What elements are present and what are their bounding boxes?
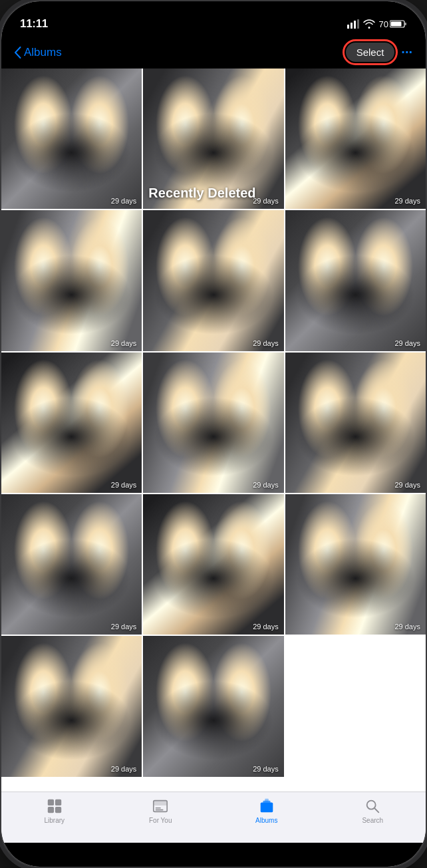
dog-photo-11 bbox=[143, 494, 283, 635]
tab-search[interactable]: Search bbox=[320, 797, 426, 824]
info-section: 24 Photos, 2 Videos Photos and videos sh… bbox=[1, 777, 426, 792]
svg-rect-0 bbox=[347, 25, 349, 29]
svg-rect-10 bbox=[55, 807, 61, 813]
photo-cell-5[interactable]: 29 days bbox=[143, 210, 283, 351]
svg-rect-17 bbox=[265, 799, 269, 802]
signal-icon bbox=[347, 19, 359, 29]
dog-photo-6 bbox=[285, 210, 426, 351]
svg-rect-3 bbox=[357, 19, 359, 29]
svg-rect-2 bbox=[354, 21, 356, 29]
svg-rect-9 bbox=[48, 807, 54, 813]
foryou-icon bbox=[152, 797, 169, 815]
wifi-icon bbox=[363, 19, 375, 29]
dog-photo-3 bbox=[285, 69, 426, 209]
status-bar: 11:11 70 bbox=[1, 1, 426, 37]
photo-cell-4[interactable]: 29 days bbox=[1, 210, 142, 351]
svg-rect-7 bbox=[48, 799, 54, 805]
phone-frame: 11:11 70 bbox=[0, 0, 427, 868]
tab-bar: Library For You Albums bbox=[1, 792, 426, 843]
battery-container: 70 bbox=[379, 19, 407, 29]
svg-rect-15 bbox=[260, 802, 273, 812]
status-icons: 70 bbox=[347, 19, 407, 29]
dog-photo-13 bbox=[1, 636, 142, 776]
dynamic-island bbox=[174, 9, 253, 32]
nav-actions: Select ··· bbox=[346, 43, 412, 62]
photo-cell-8[interactable]: 29 days bbox=[143, 353, 283, 493]
battery-icon bbox=[390, 19, 407, 29]
photo-cell-3[interactable]: 29 days bbox=[285, 69, 426, 209]
back-button[interactable]: Albums bbox=[15, 46, 62, 59]
dog-photo-4 bbox=[1, 210, 142, 351]
phone-bottom bbox=[1, 843, 426, 867]
photo-label-13: 29 days bbox=[111, 765, 137, 773]
select-button[interactable]: Select bbox=[346, 43, 395, 62]
photo-label-12: 29 days bbox=[394, 623, 420, 631]
tab-albums-label: Albums bbox=[255, 817, 277, 824]
svg-rect-5 bbox=[405, 23, 407, 25]
page-title: Recently Deleted bbox=[148, 186, 255, 201]
library-icon bbox=[46, 797, 63, 815]
photo-cell-13[interactable]: 29 days bbox=[1, 636, 142, 776]
photo-cell-10[interactable]: 29 days bbox=[1, 494, 142, 635]
photo-cell-empty bbox=[285, 636, 426, 776]
dog-photo-9 bbox=[285, 353, 426, 493]
photo-label-10: 29 days bbox=[111, 623, 137, 631]
photo-label-5: 29 days bbox=[253, 339, 279, 347]
dog-photo-8 bbox=[143, 353, 283, 493]
photo-label-14: 29 days bbox=[253, 765, 279, 773]
photo-grid: 29 days Recently Deleted 29 days 29 days… bbox=[1, 69, 426, 777]
svg-rect-8 bbox=[55, 799, 61, 805]
photo-label-9: 29 days bbox=[394, 481, 420, 489]
svg-rect-12 bbox=[154, 801, 167, 805]
photo-label-2: 29 days bbox=[253, 197, 279, 205]
photo-label-3: 29 days bbox=[394, 197, 420, 205]
back-label: Albums bbox=[24, 46, 62, 59]
search-icon bbox=[364, 797, 381, 815]
photo-cell-6[interactable]: 29 days bbox=[285, 210, 426, 351]
dog-photo-10 bbox=[1, 494, 142, 635]
tab-albums[interactable]: Albums bbox=[214, 797, 320, 824]
albums-icon bbox=[258, 797, 275, 815]
back-chevron-icon bbox=[15, 47, 21, 59]
nav-bar: Albums Select ··· bbox=[1, 37, 426, 69]
photo-cell-12[interactable]: 29 days bbox=[285, 494, 426, 635]
photo-cell-1[interactable]: 29 days bbox=[1, 69, 142, 209]
photo-label-6: 29 days bbox=[394, 339, 420, 347]
photo-label-11: 29 days bbox=[253, 623, 279, 631]
tab-library[interactable]: Library bbox=[1, 797, 108, 824]
dog-photo-1 bbox=[1, 69, 142, 209]
svg-rect-6 bbox=[391, 22, 402, 27]
tab-foryou-label: For You bbox=[149, 817, 172, 824]
photo-cell-2[interactable]: Recently Deleted 29 days bbox=[143, 69, 283, 209]
more-button[interactable]: ··· bbox=[401, 45, 412, 60]
phone-screen: 11:11 70 bbox=[1, 1, 426, 867]
photo-cell-7[interactable]: 29 days bbox=[1, 353, 142, 493]
status-time: 11:11 bbox=[20, 17, 48, 31]
svg-rect-1 bbox=[351, 23, 353, 29]
photo-cell-11[interactable]: 29 days bbox=[143, 494, 283, 635]
home-indicator bbox=[167, 853, 260, 859]
photo-label-4: 29 days bbox=[111, 339, 137, 347]
dog-photo-12 bbox=[285, 494, 426, 635]
photo-cell-9[interactable]: 29 days bbox=[285, 353, 426, 493]
dog-photo-5 bbox=[143, 210, 283, 351]
photo-label-1: 29 days bbox=[111, 197, 137, 205]
photo-cell-14[interactable]: 29 days bbox=[143, 636, 283, 776]
photo-label-7: 29 days bbox=[111, 481, 137, 489]
dog-photo-14 bbox=[143, 636, 283, 776]
photo-label-8: 29 days bbox=[253, 481, 279, 489]
battery-level: 70 bbox=[379, 19, 388, 29]
main-content: 29 days Recently Deleted 29 days 29 days… bbox=[1, 69, 426, 792]
dog-photo-7 bbox=[1, 353, 142, 493]
tab-search-label: Search bbox=[362, 817, 383, 824]
tab-foryou[interactable]: For You bbox=[108, 797, 214, 824]
svg-line-19 bbox=[375, 808, 379, 812]
tab-library-label: Library bbox=[44, 817, 65, 824]
